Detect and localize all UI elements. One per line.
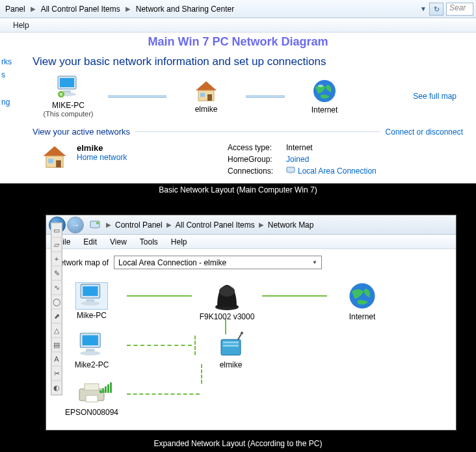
map-node-label: Internet (330, 312, 395, 321)
svg-point-27 (349, 283, 375, 308)
network-map-of-value: Local Area Connection - elmike (118, 258, 226, 267)
left-link-1[interactable]: rks (1, 55, 20, 68)
svg-rect-15 (48, 159, 53, 163)
map-node-label: Mike-PC (59, 311, 124, 320)
editor-toolbox[interactable]: ▭ ▱ + ✎ ∿ ◯ ⬈ △ ▤ A ✂ ◐ (51, 222, 62, 395)
computer-icon (75, 332, 108, 359)
svg-point-24 (81, 301, 99, 305)
network-map-of-select[interactable]: Local Area Connection - elmike ▼ (114, 256, 322, 269)
search-input[interactable]: Sear (446, 3, 473, 16)
tool-icon[interactable]: ▭ (51, 223, 62, 237)
crumb-all-items[interactable]: All Control Panel Items (173, 219, 258, 231)
chevron-down-icon[interactable]: ▼ (417, 5, 429, 12)
chevron-right-icon: ▶ (123, 5, 133, 12)
crumb-panel[interactable]: Panel (3, 3, 28, 15)
left-link-3[interactable]: ng (1, 96, 20, 109)
tool-icon[interactable]: ◐ (51, 380, 62, 395)
svg-rect-9 (200, 93, 205, 97)
kv-connections-link[interactable]: Local Area Connection (286, 165, 377, 177)
svg-marker-12 (44, 146, 66, 156)
menu-help[interactable]: Help (165, 237, 194, 246)
connection-line (108, 96, 166, 98)
active-network-block[interactable]: elmike Home network (33, 140, 228, 177)
address-bar[interactable]: Panel ▶ All Control Panel Items ▶ Networ… (0, 0, 476, 18)
tool-icon[interactable]: ⬈ (51, 309, 62, 323)
tool-icon[interactable]: ✎ (51, 266, 62, 280)
chevron-right-icon: ▶ (165, 221, 173, 228)
node-this-pc[interactable]: MIKE-PC (This computer) (33, 75, 104, 118)
chevron-right-icon: ▶ (105, 221, 112, 228)
crumb-allitems[interactable]: All Control Panel Items (38, 3, 123, 15)
node-internet-label: Internet (289, 105, 360, 114)
svg-rect-14 (56, 160, 61, 167)
node-this-pc-label: MIKE-PC (33, 101, 104, 110)
kv-access-label: Access type: (228, 142, 286, 153)
tool-icon[interactable]: ◯ (51, 295, 62, 309)
active-networks-heading: View your active networks (33, 127, 130, 137)
connect-disconnect-link[interactable]: Connect or disconnect (386, 127, 463, 137)
dashed-link (127, 393, 200, 395)
map-node-elmike-device[interactable]: elmike (198, 332, 263, 369)
router-icon (211, 281, 243, 311)
refresh-button[interactable]: ↻ (429, 3, 443, 16)
map-node-internet[interactable]: Internet (330, 281, 395, 321)
tool-icon[interactable]: ✂ (51, 366, 62, 380)
kv-homegroup-label: HomeGroup: (228, 153, 286, 165)
tool-icon[interactable]: △ (51, 323, 62, 338)
house-icon (39, 143, 70, 170)
diagram-title: Main Win 7 PC Network Diagram (0, 33, 476, 53)
tool-icon[interactable]: A (51, 352, 62, 366)
crumb-network-sharing[interactable]: Network and Sharing Center (133, 3, 237, 15)
map-node-printer[interactable]: EPSON008094 (59, 381, 124, 417)
node-elmike-label: elmike (170, 105, 242, 114)
node-elmike[interactable]: elmike (170, 79, 242, 114)
dashed-link (127, 345, 192, 346)
svg-rect-8 (207, 94, 212, 101)
left-link-2[interactable]: s (1, 68, 20, 81)
crumb-control-panel[interactable]: Control Panel (112, 219, 165, 231)
control-panel-icon (89, 219, 101, 231)
map-node-label: EPSON008094 (59, 408, 124, 417)
dashed-link-vertical (194, 336, 196, 355)
solid-link (262, 295, 327, 297)
monitor-icon (286, 166, 295, 175)
svg-rect-1 (60, 78, 74, 87)
kv-connections-label: Connections: (228, 165, 286, 177)
svg-rect-39 (86, 395, 98, 402)
network-map-window: ← → ▶ Control Panel ▶ All Control Panel … (46, 215, 456, 431)
menu-bar: File Edit View Tools Help (46, 235, 456, 249)
see-full-map-link[interactable]: See full map (413, 92, 463, 101)
svg-point-26 (219, 286, 235, 297)
menu-view[interactable]: View (103, 237, 133, 246)
map-node-mike-pc[interactable]: Mike-PC (59, 282, 124, 320)
kv-homegroup-link[interactable]: Joined (286, 153, 309, 165)
caption-bottom: Expanded Network Layout (According to th… (0, 437, 476, 450)
map-node-router[interactable]: F9K1002 v3000 (194, 281, 259, 321)
computer-icon (54, 75, 83, 100)
tool-icon[interactable]: ▱ (51, 237, 62, 252)
forward-button[interactable]: → (67, 217, 84, 233)
tool-icon[interactable]: + (51, 252, 62, 266)
tool-icon[interactable]: ▤ (51, 338, 62, 352)
svg-point-20 (96, 222, 99, 224)
tool-icon[interactable]: ∿ (51, 280, 62, 295)
svg-point-10 (313, 80, 336, 102)
crumb-network-map[interactable]: Network Map (265, 219, 317, 231)
menu-edit[interactable]: Edit (77, 237, 103, 246)
svg-point-5 (60, 93, 62, 96)
active-network-name: elmike (77, 143, 127, 153)
svg-rect-17 (289, 172, 292, 174)
solid-link (127, 295, 192, 297)
active-network-type-link[interactable]: Home network (77, 153, 127, 162)
chevron-right-icon: ▶ (28, 5, 38, 12)
map-node-mike2-pc[interactable]: Mike2-PC (59, 332, 124, 369)
svg-point-31 (80, 351, 100, 356)
svg-rect-38 (85, 384, 99, 390)
node-internet[interactable]: Internet (289, 78, 360, 114)
map-node-label: elmike (198, 360, 263, 369)
chevron-down-icon: ▼ (312, 259, 317, 265)
menu-tools[interactable]: Tools (133, 237, 165, 246)
menu-help[interactable]: Help (8, 21, 34, 30)
house-icon (192, 79, 220, 103)
svg-rect-33 (223, 341, 239, 343)
